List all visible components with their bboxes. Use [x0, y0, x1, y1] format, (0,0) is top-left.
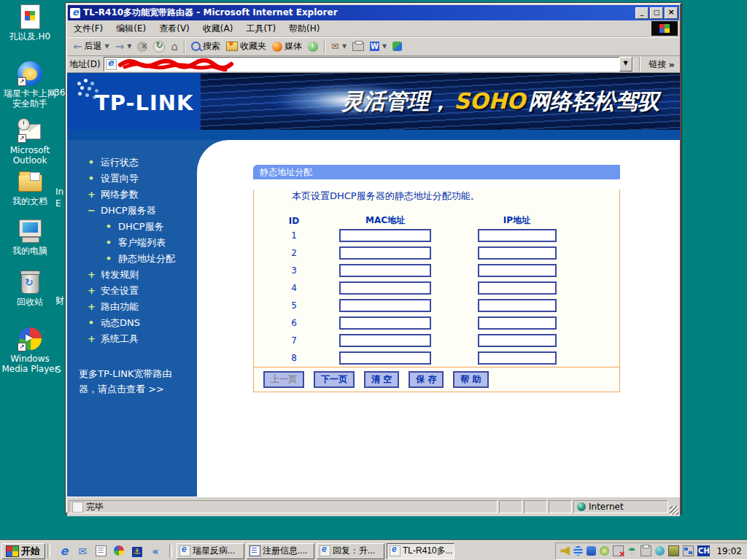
stop-button[interactable] — [134, 41, 150, 52]
home-button[interactable]: ⌂ — [168, 39, 181, 54]
help-button[interactable]: 帮 助 — [453, 371, 488, 388]
refresh-button[interactable] — [150, 40, 168, 53]
nav-item-security[interactable]: +安全设置 — [67, 283, 197, 299]
edit-with-word-button[interactable]: W▼ — [367, 41, 390, 52]
quicklaunch-outlook-express-icon[interactable]: ✉ — [77, 545, 88, 557]
firewall-tray-icon[interactable] — [668, 545, 679, 556]
mac-input-4[interactable] — [339, 281, 431, 295]
menu-view[interactable]: 查看(V) — [152, 21, 196, 36]
input-method-indicator[interactable]: CH — [697, 545, 710, 556]
menu-favorites[interactable]: 收藏(A) — [196, 21, 240, 36]
history-button[interactable] — [305, 41, 321, 52]
desktop-icon-document[interactable]: 孔以及.H0 — [1, 4, 58, 42]
quicklaunch-ie-icon[interactable]: e — [58, 545, 70, 557]
task-button-registration-info[interactable]: 注册信息.... — [247, 543, 314, 559]
internet-tray-icon[interactable] — [655, 546, 665, 556]
network-tray-icon[interactable] — [683, 545, 694, 556]
back-button[interactable]: ←后退▼ — [70, 39, 112, 54]
nav-item-setup-wizard[interactable]: •设置向导 — [67, 171, 197, 187]
desktop-icon-my-documents[interactable]: 我的文档 — [1, 169, 58, 206]
favorites-button[interactable]: 收藏夹 — [223, 39, 269, 53]
task-button-reply-upgrade[interactable]: 回复：升... — [317, 543, 384, 559]
ip-input-7[interactable] — [478, 334, 557, 347]
forward-button[interactable]: →▼ — [112, 39, 135, 54]
desktop-icon-kaka-assistant[interactable]: 瑞星卡卡上网安全助手 — [1, 61, 58, 109]
edit-dropdown-icon[interactable]: ▼ — [382, 43, 387, 50]
desktop-icon-outlook[interactable]: Microsoft Outlook — [1, 118, 58, 166]
nav-item-static-address[interactable]: •静态地址分配 — [67, 251, 197, 267]
clock[interactable]: 19:02 — [716, 546, 742, 556]
mac-input-7[interactable] — [339, 334, 431, 347]
address-input[interactable]: ▼ — [104, 57, 633, 71]
nav-item-dhcp-service[interactable]: •DHCP服务 — [67, 219, 197, 235]
quicklaunch-download-tool-icon[interactable]: « — [150, 545, 161, 557]
desktop-icon-my-computer[interactable]: 我的电脑 — [1, 219, 58, 256]
rising-umbrella-icon[interactable]: ☂ — [627, 546, 637, 556]
nav-item-dynamic-dns[interactable]: •动态DNS — [67, 315, 197, 331]
row-id: 5 — [254, 300, 334, 311]
ip-input-2[interactable] — [478, 246, 557, 260]
nav-item-client-list[interactable]: •客户端列表 — [67, 235, 197, 251]
forward-arrow-icon: → — [115, 40, 125, 53]
quicklaunch-input-method-icon[interactable]: ⚓ — [131, 545, 143, 557]
ip-input-8[interactable] — [478, 351, 557, 365]
print-button[interactable] — [349, 42, 367, 52]
desktop-icon-media-player[interactable]: Windows Media Player — [1, 327, 58, 374]
menu-file[interactable]: 文件(F) — [67, 21, 109, 36]
address-dropdown-icon[interactable]: ▼ — [619, 57, 632, 71]
nav-item-routing[interactable]: +路由功能 — [67, 299, 197, 315]
taskbar-separator — [47, 545, 50, 558]
mac-input-5[interactable] — [339, 299, 431, 312]
mac-input-6[interactable] — [339, 316, 431, 330]
volume-icon[interactable] — [560, 546, 570, 556]
ip-input-6[interactable] — [478, 316, 557, 330]
maximize-button[interactable] — [650, 7, 663, 19]
discuss-button[interactable] — [390, 41, 405, 52]
nav-item-network-params[interactable]: +网络参数 — [67, 187, 197, 203]
mail-button[interactable]: ✉▼ — [328, 40, 349, 52]
links-bar[interactable]: 链接 — [646, 58, 678, 71]
media-button[interactable]: 媒体 — [269, 39, 305, 53]
back-dropdown-icon[interactable]: ▼ — [105, 43, 109, 50]
mac-input-1[interactable] — [339, 229, 431, 242]
quicklaunch-media-player-icon[interactable] — [113, 545, 125, 557]
menu-tools[interactable]: 工具(T) — [239, 21, 282, 36]
table-row: 2 — [254, 244, 619, 262]
mac-input-2[interactable] — [339, 246, 431, 260]
rising-monitor-icon[interactable] — [573, 546, 583, 556]
nav-item-forwarding-rules[interactable]: +转发规则 — [67, 267, 197, 283]
ip-input-5[interactable] — [478, 299, 557, 312]
nav-item-system-tools[interactable]: +系统工具 — [67, 331, 197, 347]
mail-dropdown-icon[interactable]: ▼ — [342, 43, 347, 50]
desktop-icon-recycle-bin[interactable]: 回收站 — [1, 270, 58, 307]
ip-input-1[interactable] — [478, 229, 557, 242]
ip-input-4[interactable] — [478, 281, 557, 295]
next-page-button[interactable]: 下一页 — [314, 371, 355, 388]
minimize-button[interactable] — [635, 7, 649, 19]
close-button[interactable] — [665, 7, 678, 19]
clear-button[interactable]: 清 空 — [364, 371, 399, 388]
update-icon[interactable] — [600, 546, 609, 556]
search-button[interactable]: 搜索 — [188, 39, 223, 53]
mac-input-8[interactable] — [339, 351, 431, 365]
save-button[interactable]: 保 存 — [409, 371, 444, 388]
table-row: 5 — [254, 297, 619, 314]
ie-page-icon — [320, 545, 330, 556]
task-button-tl-r410[interactable]: TL-R410多... — [387, 543, 454, 559]
network-error-icon[interactable] — [613, 545, 624, 556]
ip-input-3[interactable] — [478, 264, 557, 277]
menu-help[interactable]: 帮助(H) — [282, 21, 326, 36]
menu-edit[interactable]: 编辑(E) — [109, 21, 152, 36]
printer-tray-icon[interactable] — [640, 545, 651, 556]
title-bar[interactable]: TL-R410多功能宽带路由器 - Microsoft Internet Exp… — [68, 5, 679, 20]
messenger-icon[interactable] — [587, 546, 596, 556]
resize-grip[interactable] — [670, 506, 678, 515]
quicklaunch-show-desktop-icon[interactable] — [95, 545, 107, 557]
nav-item-running-status[interactable]: •运行状态 — [67, 155, 197, 171]
nav-footer-link[interactable]: 更多TP-LINK宽带路由器，请点击查看 >> — [79, 366, 187, 397]
task-button-rising-antivirus[interactable]: 瑞星反病... — [177, 543, 244, 559]
forward-dropdown-icon[interactable]: ▼ — [127, 43, 131, 50]
nav-item-dhcp-server[interactable]: −DHCP服务器 — [67, 203, 197, 219]
start-button[interactable]: 开始 — [1, 543, 45, 559]
mac-input-3[interactable] — [339, 264, 431, 277]
